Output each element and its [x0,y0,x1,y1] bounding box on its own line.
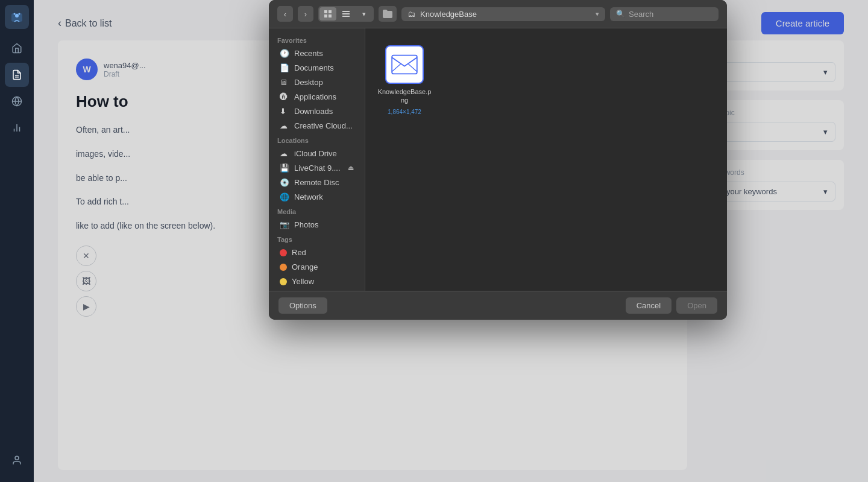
creative-cloud-label: Creative Cloud... [294,121,353,130]
file-icon-wrapper [385,45,424,84]
view-toggle-group: ▾ [318,6,374,22]
cancel-button[interactable]: Cancel [626,297,671,314]
icloud-label: iCloud Drive [294,149,337,158]
svg-rect-15 [329,14,332,17]
svg-rect-14 [324,14,327,17]
sidebar-item-photos[interactable]: 📷 Photos [271,218,362,232]
photos-label: Photos [294,220,318,229]
remote-disc-label: Remote Disc [294,178,339,187]
file-item-knowledgebase[interactable]: KnowledgeBase.png 1,864×1,472 [377,40,432,120]
photos-icon: 📷 [280,220,289,229]
sidebar-item-remote-disc[interactable]: 💿 Remote Disc [271,176,362,189]
sidebar-bottom [5,448,29,477]
sidebar-item-downloads[interactable]: ⬇ Downloads [271,104,362,118]
location-bar[interactable]: 🗂 KnowledgeBase ▾ [401,7,605,21]
svg-point-2 [14,13,16,15]
svg-rect-17 [342,13,350,14]
svg-rect-16 [342,11,350,12]
sidebar-item-recents[interactable]: 🕐 Recents [271,46,362,60]
location-chevron-icon: ▾ [596,10,599,18]
sidebar-item-applications[interactable]: 🅐 Applications [271,90,362,104]
options-button[interactable]: Options [278,297,327,314]
svg-rect-12 [324,10,327,13]
dialog-footer: Options Cancel Open [269,291,727,320]
svg-point-11 [15,456,19,460]
applications-label: Applications [294,92,336,101]
app-sidebar [0,0,34,482]
location-folder-icon: 🗂 [407,10,415,19]
remote-disc-icon: 💿 [280,178,289,187]
desktop-label: Desktop [294,78,323,87]
sidebar-logo[interactable] [5,5,29,29]
dialog-sidebar: Favorites 🕐 Recents 📄 Documents 🖥 Deskto… [269,28,365,291]
downloads-label: Downloads [294,107,333,116]
nav-forward-button[interactable]: › [298,6,313,22]
file-name: KnowledgeBase.png [378,87,432,105]
view-list-button[interactable] [338,7,354,21]
sidebar-item-desktop[interactable]: 🖥 Desktop [271,75,362,89]
recents-icon: 🕐 [280,49,289,58]
favorites-section-title: Favorites [269,33,365,46]
applications-icon: 🅐 [280,92,289,101]
orange-tag-label: Orange [292,262,318,271]
folder-button[interactable] [379,6,397,22]
media-section-title: Media [269,205,365,217]
downloads-icon: ⬇ [280,107,289,116]
red-tag-label: Red [292,248,306,257]
orange-tag-dot [280,264,287,271]
documents-icon: 📄 [280,63,289,72]
red-tag-dot [280,249,287,256]
search-input[interactable] [629,10,713,19]
file-picker-dialog: ‹ › ▾ [269,0,727,320]
knowledgebase-icon [391,51,418,78]
svg-point-1 [15,14,19,17]
nav-back-button[interactable]: ‹ [277,6,293,22]
sidebar-item-user[interactable] [5,448,29,472]
svg-point-3 [19,13,20,15]
sidebar-item-icloud[interactable]: ☁ iCloud Drive [271,147,362,160]
sidebar-item-home[interactable] [5,36,29,60]
icloud-icon: ☁ [280,149,289,158]
search-bar[interactable]: 🔍 [610,7,719,21]
dialog-toolbar: ‹ › ▾ [269,0,727,28]
yellow-tag-dot [280,278,287,285]
footer-right-buttons: Cancel Open [626,297,717,314]
recents-label: Recents [294,49,323,58]
tags-section-title: Tags [269,232,365,245]
file-dimensions: 1,864×1,472 [388,109,421,115]
creative-cloud-icon: ☁ [280,121,289,130]
sidebar-item-red-tag[interactable]: Red [271,246,362,259]
search-icon: 🔍 [616,10,625,18]
svg-rect-13 [329,10,332,13]
view-grid-button[interactable] [319,7,336,21]
sidebar-item-globe[interactable] [5,89,29,113]
livechat-icon: 💾 [280,163,289,173]
dialog-body: Favorites 🕐 Recents 📄 Documents 🖥 Deskto… [269,28,727,291]
sidebar-item-charts[interactable] [5,116,29,140]
desktop-icon: 🖥 [280,78,289,87]
network-label: Network [294,192,323,201]
documents-label: Documents [294,63,334,72]
location-name: KnowledgeBase [420,10,477,19]
main-content: ‹ Back to list Create article W wena94@.… [34,0,868,482]
sidebar-item-yellow-tag[interactable]: Yellow [271,274,362,288]
sidebar-item-creative-cloud[interactable]: ☁ Creative Cloud... [271,119,362,133]
file-area: KnowledgeBase.png 1,864×1,472 [365,28,727,291]
locations-section-title: Locations [269,133,365,146]
sidebar-item-documents[interactable]: 📄 Documents [271,61,362,75]
sidebar-item-livechat[interactable]: 💾 LiveChat 9.... ⏏ [271,161,362,175]
svg-rect-18 [342,16,350,17]
view-option-button[interactable]: ▾ [356,7,373,21]
network-icon: 🌐 [280,192,289,201]
sidebar-item-articles[interactable] [5,63,29,87]
open-button[interactable]: Open [676,297,717,314]
sidebar-item-network[interactable]: 🌐 Network [271,190,362,204]
sidebar-item-orange-tag[interactable]: Orange [271,260,362,274]
livechat-label: LiveChat 9.... [294,163,341,173]
eject-icon[interactable]: ⏏ [348,164,354,172]
yellow-tag-label: Yellow [292,277,314,286]
svg-rect-19 [392,55,417,74]
